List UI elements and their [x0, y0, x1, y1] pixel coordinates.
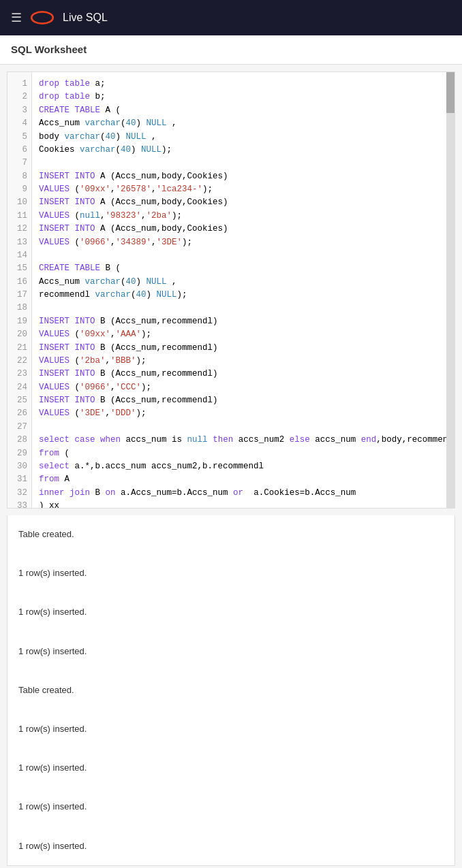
code-line: [39, 302, 448, 315]
output-line: 1 row(s) inserted.: [18, 720, 444, 739]
code-line: Accs_num varchar(40) NULL ,: [39, 117, 448, 130]
output-line: [18, 700, 444, 720]
code-line: VALUES ('2ba','BBB');: [39, 355, 448, 368]
code-line: inner join B on a.Accs_num=b.Accs_num or…: [39, 487, 448, 500]
scroll-thumb[interactable]: [446, 72, 455, 113]
code-area[interactable]: 1234567891011121314151617181920212223242…: [7, 72, 455, 508]
code-line: drop table a;: [39, 78, 448, 91]
code-line: INSERT INTO B (Accs_num,recommendl): [39, 394, 448, 407]
output-line: [18, 778, 444, 798]
output-line: 1 row(s) inserted.: [18, 837, 444, 856]
code-line: VALUES (null,'98323','2ba');: [39, 210, 448, 223]
output-line: [18, 661, 444, 681]
code-line: [39, 421, 448, 434]
output-line: [18, 739, 444, 759]
code-line: select a.*,b.accs_num accs_num2,b.recomm…: [39, 460, 448, 473]
code-line: INSERT INTO A (Accs_num,body,Cookies): [39, 223, 448, 236]
output-line: [18, 817, 444, 837]
scroll-indicator[interactable]: [446, 72, 455, 508]
output-line: Table created.: [18, 681, 444, 701]
output-area: Table created. 1 row(s) inserted. 1 row(…: [7, 515, 455, 866]
header: ☰ Live SQL: [0, 0, 462, 35]
svg-point-0: [31, 12, 52, 23]
code-line: drop table b;: [39, 91, 448, 103]
output-line: [18, 622, 444, 642]
page-title: SQL Worksheet: [11, 44, 87, 55]
code-line: select case when accs_num is null then a…: [39, 434, 448, 447]
code-line: INSERT INTO B (Accs_num,recommendl): [39, 342, 448, 355]
header-title: Live SQL: [63, 12, 108, 24]
output-line: 1 row(s) inserted.: [18, 564, 444, 583]
code-line: VALUES ('0966','CCC');: [39, 381, 448, 394]
code-line: recommendl varchar(40) NULL);: [39, 289, 448, 302]
output-line: [18, 583, 444, 603]
code-line: body varchar(40) NULL ,: [39, 131, 448, 144]
code-line: [39, 157, 448, 170]
page-title-bar: SQL Worksheet: [0, 35, 462, 65]
code-line: ) xx: [39, 500, 448, 508]
editor-container[interactable]: 1234567891011121314151617181920212223242…: [7, 71, 455, 509]
code-line: INSERT INTO A (Accs_num,body,Cookies): [39, 170, 448, 183]
code-content[interactable]: drop table a;drop table b;CREATE TABLE A…: [32, 72, 455, 508]
code-line: Cookies varchar(40) NULL);: [39, 144, 448, 157]
code-line: CREATE TABLE A (: [39, 104, 448, 117]
output-line: 1 row(s) inserted.: [18, 797, 444, 817]
code-line: from (: [39, 447, 448, 460]
code-line: Accs_num varchar(40) NULL ,: [39, 276, 448, 289]
code-line: VALUES ('3DE','DDD');: [39, 407, 448, 420]
line-numbers: 1234567891011121314151617181920212223242…: [7, 72, 32, 508]
output-line: Table created.: [18, 525, 444, 545]
code-line: INSERT INTO B (Accs_num,recommendl): [39, 368, 448, 381]
code-line: from A: [39, 473, 448, 486]
code-line: VALUES ('0966','34389','3DE');: [39, 236, 448, 249]
code-line: VALUES ('09xx','AAA');: [39, 328, 448, 341]
code-line: INSERT INTO B (Accs_num,recommendl): [39, 315, 448, 328]
code-line: VALUES ('09xx','26578','lca234-');: [39, 183, 448, 196]
oracle-logo: [30, 10, 55, 25]
output-line: 1 row(s) inserted.: [18, 602, 444, 622]
code-line: CREATE TABLE B (: [39, 262, 448, 275]
menu-icon[interactable]: ☰: [11, 10, 22, 25]
output-line: [18, 545, 444, 564]
code-line: [39, 249, 448, 262]
output-line: 1 row(s) inserted.: [18, 642, 444, 662]
output-line: 1 row(s) inserted.: [18, 758, 444, 778]
code-line: INSERT INTO A (Accs_num,body,Cookies): [39, 196, 448, 209]
